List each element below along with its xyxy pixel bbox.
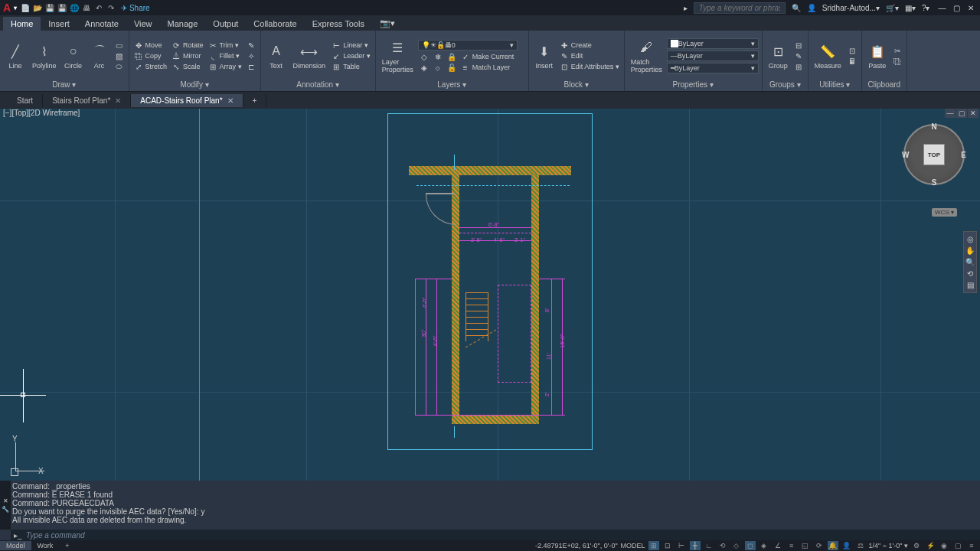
infer-toggle[interactable]: ⊢	[676, 541, 687, 550]
lineweight-toggle[interactable]: ≡	[786, 541, 797, 550]
linear-button[interactable]: ⊢Linear ▾	[330, 41, 372, 50]
annotation-monitor-toggle[interactable]: 🔔	[828, 541, 838, 550]
panel-title-layers[interactable]: Layers ▾	[379, 80, 525, 90]
annotation-scale-display[interactable]: 1/4" = 1'-0" ▾	[869, 542, 908, 549]
cart-icon[interactable]: 🛒▾	[886, 4, 899, 12]
isodraft-toggle[interactable]: ◇	[731, 541, 742, 550]
panel-title-properties[interactable]: Properties ▾	[628, 80, 759, 90]
layer-iso-button[interactable]: ◈	[418, 63, 430, 72]
copy-clip-button[interactable]: ⿻	[891, 57, 903, 66]
model-space-button[interactable]: MODEL	[621, 542, 645, 549]
measure-button[interactable]: 📏Measure	[812, 41, 844, 71]
move-button[interactable]: ✥Move	[132, 41, 169, 50]
cycling-toggle[interactable]: ⟳	[814, 541, 825, 550]
quick-calc-button[interactable]: 🖩	[846, 57, 858, 66]
panel-title-modify[interactable]: Modify ▾	[132, 80, 257, 90]
group-edit-button[interactable]: ✎	[792, 51, 805, 60]
coordinates-display[interactable]: -2.48791E+02, 61'-0", 0'-0"	[535, 542, 618, 549]
offset-button[interactable]: ⊏	[245, 62, 257, 71]
annotation-scale-toggle[interactable]: 👤	[841, 541, 852, 550]
table-button[interactable]: ⊞Table	[330, 62, 372, 71]
layer-freeze-button[interactable]: ❄	[432, 52, 444, 61]
new-tab-button[interactable]: +	[243, 94, 267, 107]
ortho-toggle[interactable]: ∟	[704, 541, 714, 550]
polyline-button[interactable]: ⌇Polyline	[29, 41, 60, 71]
steering-wheel-icon[interactable]: ◎	[967, 235, 974, 243]
tab-home[interactable]: Home	[3, 17, 41, 31]
match-properties-button[interactable]: 🖌Match Properties	[628, 37, 665, 75]
arc-button[interactable]: ⌒Arc	[87, 41, 112, 71]
showmotion-icon[interactable]: ▤	[967, 281, 974, 289]
color-dropdown[interactable]: ByLayer▾	[667, 38, 759, 49]
erase-button[interactable]: ✎	[245, 41, 257, 50]
search-icon[interactable]: 🔍	[792, 4, 801, 12]
web-icon[interactable]: 🌐	[69, 2, 80, 13]
tab-manage[interactable]: Manage	[160, 17, 206, 31]
wcs-dropdown[interactable]: WCS ▾	[932, 208, 957, 217]
insert-button[interactable]: ⬇Insert	[532, 41, 557, 71]
close-tab-icon[interactable]: ✕	[227, 96, 234, 105]
leader-button[interactable]: ↙Leader ▾	[330, 51, 372, 60]
file-tab-2[interactable]: ACAD-Stairs Roof Plan*✕	[131, 94, 243, 107]
dimension-button[interactable]: ⟷Dimension	[290, 41, 329, 71]
zoom-icon[interactable]: 🔍	[965, 258, 975, 266]
linetype-dropdown[interactable]: ━ ByLayer▾	[667, 63, 759, 73]
redo-icon[interactable]: ↷	[106, 2, 116, 13]
tab-express[interactable]: Express Tools	[305, 17, 372, 31]
help-icon[interactable]: ?▾	[922, 4, 930, 12]
cut-button[interactable]: ✂	[891, 46, 903, 55]
viewport-label[interactable]: [−][Top][2D Wireframe]	[3, 109, 80, 117]
close-button[interactable]: ✕	[965, 4, 977, 12]
polar-toggle[interactable]: ⟲	[717, 541, 728, 550]
rect-button[interactable]: ▭	[113, 41, 126, 50]
snap-toggle[interactable]: ⊡	[662, 541, 673, 550]
edit-attr-button[interactable]: ⊡Edit Attributes ▾	[558, 62, 621, 71]
panel-title-groups[interactable]: Groups ▾	[766, 80, 805, 90]
drawing-canvas[interactable]: [−][Top][2D Wireframe] — ▢ ✕ 6'-8" 2'-8"…	[0, 109, 980, 481]
wrench-icon[interactable]: 🔧	[2, 506, 9, 513]
explode-button[interactable]: ✧	[245, 51, 257, 60]
command-handle[interactable]: ✕🔧	[0, 481, 11, 530]
grid-toggle[interactable]: ⊞	[648, 541, 659, 550]
edit-block-button[interactable]: ✎Edit	[558, 51, 621, 60]
scale-button[interactable]: ⤡Scale	[170, 62, 205, 71]
rotate-button[interactable]: ⟳Rotate	[170, 41, 205, 50]
layer-lock-button[interactable]: 🔒	[446, 52, 458, 61]
more-draw-button[interactable]: ⬭	[113, 62, 126, 71]
copy-button[interactable]: ⿻Copy	[132, 51, 169, 60]
circle-button[interactable]: ○Circle	[61, 41, 86, 71]
tab-output[interactable]: Output	[205, 17, 246, 31]
maximize-button[interactable]: ▢	[950, 4, 962, 12]
mirror-button[interactable]: ⏃Mirror	[170, 51, 205, 60]
share-button[interactable]: ✈ Share	[121, 4, 149, 12]
select-all-button[interactable]: ⊡	[846, 46, 858, 55]
ungroup-button[interactable]: ⊟	[792, 41, 805, 50]
trim-button[interactable]: ✂Trim ▾	[207, 41, 243, 50]
layer-thaw-button[interactable]: ☼	[432, 63, 444, 72]
saveas-icon[interactable]: 💾	[57, 2, 67, 13]
clean-screen-toggle[interactable]: ▢	[952, 541, 963, 550]
viewcube-top-face[interactable]: TOP	[923, 144, 945, 165]
plot-icon[interactable]: 🖶	[81, 2, 92, 13]
layer-off-button[interactable]: ◇	[418, 52, 430, 61]
search-arrow-icon[interactable]: ▸	[684, 4, 688, 12]
undo-icon[interactable]: ↶	[93, 2, 104, 13]
osnap-toggle[interactable]: ◻	[745, 541, 756, 550]
minimize-button[interactable]: —	[936, 4, 948, 12]
canvas-min-button[interactable]: —	[945, 109, 956, 118]
panel-title-utilities[interactable]: Utilities ▾	[812, 80, 858, 90]
model-tab[interactable]: Model	[0, 541, 31, 550]
array-button[interactable]: ⊞Array ▾	[207, 62, 243, 71]
otrack-toggle[interactable]: ∠	[773, 541, 783, 550]
dynamic-input-toggle[interactable]: ╋	[690, 541, 701, 550]
tab-insert[interactable]: Insert	[41, 17, 77, 31]
lineweight-dropdown[interactable]: — ByLayer▾	[667, 51, 759, 61]
tab-collaborate[interactable]: Collaborate	[246, 17, 304, 31]
line-button[interactable]: ╱Line	[3, 41, 28, 71]
file-tab-start[interactable]: Start	[8, 94, 43, 107]
panel-title-draw[interactable]: Draw ▾	[3, 80, 126, 90]
view-cube[interactable]: TOP N S E W	[903, 124, 965, 185]
create-block-button[interactable]: ✚Create	[558, 41, 621, 50]
3dosnap-toggle[interactable]: ◈	[759, 541, 769, 550]
app-switcher-icon[interactable]: ▦▾	[905, 4, 916, 12]
